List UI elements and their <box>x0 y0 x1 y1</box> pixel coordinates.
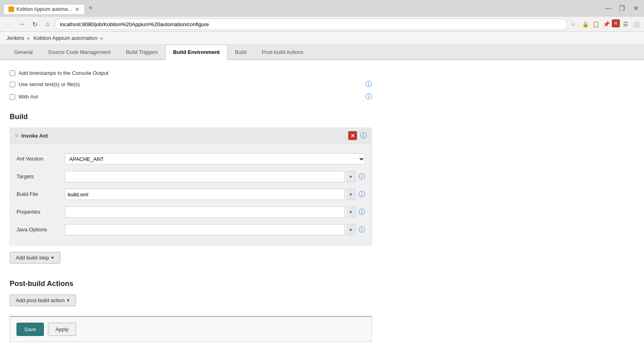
extension-icon-5[interactable]: ⬜ <box>631 19 641 29</box>
checkbox-timestamps: Add timestamps to the Console Output <box>10 68 372 78</box>
checkbox-secret-text: Use secret text(s) or file(s) ⓘ <box>10 78 372 91</box>
browser-tab-active[interactable]: Kobtion Appium automa... ✕ <box>3 4 85 14</box>
java-options-help-icon[interactable]: ⓘ <box>359 226 365 234</box>
apply-button[interactable]: Apply <box>48 323 76 336</box>
browser-tabs: Kobtion Appium automa... ✕ + <box>3 2 96 14</box>
remove-step-button[interactable]: ✕ <box>348 131 357 140</box>
targets-input-wrapper: ▼ ⓘ <box>65 171 365 182</box>
tab-general[interactable]: General <box>6 45 40 60</box>
new-tab-button[interactable]: + <box>85 2 96 14</box>
properties-help-icon[interactable]: ⓘ <box>359 208 365 216</box>
extension-icon-1[interactable]: 🔒 <box>580 19 590 29</box>
breadcrumb-sep-2: ► <box>100 36 104 41</box>
build-file-input-wrapper: ▼ ⓘ <box>65 189 365 200</box>
post-build-heading: Post-build Actions <box>10 280 372 288</box>
with-ant-help-icon[interactable]: ⓘ <box>365 93 372 101</box>
home-button[interactable]: ⌂ <box>42 19 53 30</box>
back-button[interactable]: ← <box>3 19 14 30</box>
form-section-inner: Add timestamps to the Console Output Use… <box>10 68 372 342</box>
add-build-step-label: Add build step <box>16 255 49 261</box>
build-step-name: Invoke Ant <box>21 133 48 139</box>
tab-build[interactable]: Build <box>227 45 254 60</box>
targets-label: Targets <box>17 171 65 179</box>
secret-text-help-icon[interactable]: ⓘ <box>365 80 372 89</box>
browser-titlebar: Kobtion Appium automa... ✕ + — ❐ ✕ <box>0 0 644 16</box>
java-options-label: Java Options <box>17 224 65 233</box>
properties-input-wrapper: ▼ ⓘ <box>65 206 365 218</box>
java-options-input-wrapper: ▼ ⓘ <box>65 224 365 235</box>
ant-version-label: Ant Version <box>17 153 65 162</box>
build-step-header: ≡ Invoke Ant ✕ ⓘ <box>10 128 372 144</box>
extension-icon-2[interactable]: 📋 <box>591 19 601 29</box>
address-bar[interactable] <box>55 19 568 30</box>
targets-help-icon[interactable]: ⓘ <box>359 173 365 181</box>
build-file-dropdown-btn[interactable]: ▼ <box>347 189 355 200</box>
breadcrumb-job[interactable]: Kobtion Appium automation <box>33 35 97 41</box>
build-heading: Build <box>10 113 372 121</box>
tab-favicon <box>8 6 14 12</box>
targets-dropdown-btn[interactable]: ▼ <box>347 171 355 182</box>
build-file-help-icon[interactable]: ⓘ <box>359 190 365 199</box>
build-step-invoke-ant: ≡ Invoke Ant ✕ ⓘ Ant Version APACH <box>10 128 372 245</box>
reload-button[interactable]: ↻ <box>29 19 40 30</box>
add-post-build-label: Add post-build action <box>16 297 64 303</box>
close-button[interactable]: ✕ <box>630 3 641 14</box>
properties-row: Properties ▼ ⓘ <box>17 203 365 221</box>
ant-version-input-wrapper: APACHE_ANT <box>65 153 365 165</box>
build-environment-section: Add timestamps to the Console Output Use… <box>0 60 644 346</box>
add-build-step-arrow-icon: ▼ <box>50 255 54 260</box>
window-controls: — ❐ ✕ <box>603 3 641 14</box>
java-options-input[interactable] <box>65 224 345 235</box>
extension-icon-3[interactable]: 📌 <box>601 19 611 29</box>
secret-text-label[interactable]: Use secret text(s) or file(s) <box>19 81 80 87</box>
properties-dropdown-btn[interactable]: ▼ <box>347 206 355 218</box>
build-file-label: Build File <box>17 189 65 197</box>
forward-button[interactable]: → <box>16 19 27 30</box>
build-file-row: Build File ▼ ⓘ <box>17 185 365 203</box>
properties-input[interactable] <box>65 206 345 218</box>
step-help-icon[interactable]: ⓘ <box>360 132 367 140</box>
tab-title: Kobtion Appium automa... <box>17 6 72 12</box>
add-build-step-button[interactable]: Add build step ▼ <box>10 252 60 264</box>
build-step-title: ≡ Invoke Ant <box>15 132 48 139</box>
java-options-row: Java Options ▼ ⓘ <box>17 221 365 239</box>
build-step-body: Ant Version APACHE_ANT Targets ▼ <box>10 144 372 245</box>
breadcrumb: Jenkins ► Kobtion Appium automation ► <box>0 32 644 45</box>
tab-source-code-management[interactable]: Source Code Management <box>40 45 118 60</box>
browser-chrome: Kobtion Appium automa... ✕ + — ❐ ✕ ← → ↻… <box>0 0 644 32</box>
add-post-build-arrow-icon: ▼ <box>66 298 70 303</box>
breadcrumb-sep-1: ► <box>27 36 31 41</box>
timestamps-checkbox[interactable] <box>10 70 15 76</box>
restore-button[interactable]: ❐ <box>617 3 627 14</box>
save-button[interactable]: Save <box>17 323 44 336</box>
properties-label: Properties <box>17 206 65 215</box>
browser-controls: ← → ↻ ⌂ ☆ 🔒 📋 📌 R ☰ ⬜ <box>0 16 644 31</box>
secret-text-checkbox[interactable] <box>10 82 15 87</box>
browser-toolbar-icons: 🔒 📋 📌 R ☰ ⬜ <box>580 19 641 29</box>
config-tabs: General Source Code Management Build Tri… <box>0 45 644 60</box>
with-ant-checkbox[interactable] <box>10 94 15 100</box>
extension-icon-4[interactable]: ☰ <box>621 19 630 29</box>
tab-build-triggers[interactable]: Build Triggers <box>118 45 165 60</box>
add-build-step-wrapper: Add build step ▼ <box>10 252 372 270</box>
build-file-input[interactable] <box>65 189 345 200</box>
targets-row: Targets ▼ ⓘ <box>17 168 365 185</box>
java-options-dropdown-btn[interactable]: ▼ <box>347 224 355 235</box>
tab-build-environment[interactable]: Build Environment <box>165 45 227 60</box>
drag-handle-icon[interactable]: ≡ <box>15 132 18 139</box>
tab-post-build-actions[interactable]: Post-build Actions <box>254 45 311 60</box>
breadcrumb-jenkins[interactable]: Jenkins <box>6 35 24 41</box>
timestamps-label[interactable]: Add timestamps to the Console Output <box>19 70 108 76</box>
add-post-build-button[interactable]: Add post-build action ▼ <box>10 295 76 306</box>
page-content: Jenkins ► Kobtion Appium automation ► Ge… <box>0 32 644 346</box>
ant-version-select[interactable]: APACHE_ANT <box>65 153 365 165</box>
ant-version-row: Ant Version APACHE_ANT <box>17 150 365 168</box>
targets-input[interactable] <box>65 171 345 182</box>
extension-icon-red[interactable]: R <box>612 19 620 27</box>
with-ant-label[interactable]: With Ant <box>19 94 38 100</box>
bookmark-icon[interactable]: ☆ <box>571 21 576 27</box>
checkbox-with-ant: With Ant ⓘ <box>10 91 372 103</box>
tab-close-icon[interactable]: ✕ <box>75 6 80 12</box>
minimize-button[interactable]: — <box>603 3 613 14</box>
footer-buttons: Save Apply <box>10 316 372 342</box>
